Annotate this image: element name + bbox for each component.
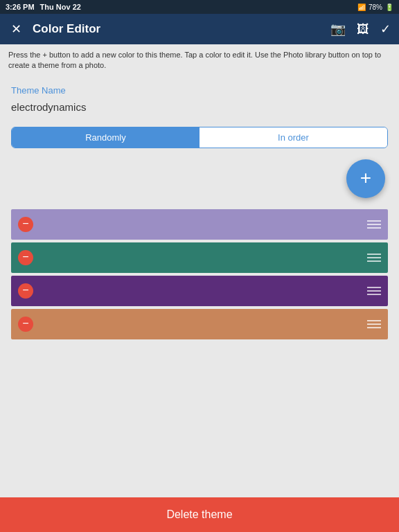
instructions: Press the + button to add a new color to… xyxy=(0,44,399,77)
delete-theme-button[interactable]: Delete theme xyxy=(0,497,399,532)
battery-icon: 🔋 xyxy=(385,3,393,11)
color-rows: − − − xyxy=(11,209,388,339)
nav-bar: ✕ Color Editor 📷 🖼 ✓ xyxy=(0,14,399,44)
nav-right: 📷 🖼 ✓ xyxy=(330,21,391,37)
minus-icon-2: − xyxy=(22,251,28,263)
nav-title: Color Editor xyxy=(33,22,100,36)
checkmark-icon[interactable]: ✓ xyxy=(380,21,391,37)
fab-container: + xyxy=(11,159,388,198)
remove-color-1-button[interactable]: − xyxy=(18,217,33,232)
color-row-4[interactable]: − xyxy=(11,309,388,339)
segment-randomly[interactable]: Randomly xyxy=(12,127,200,148)
drag-handle-1[interactable] xyxy=(367,220,381,229)
add-color-button[interactable]: + xyxy=(346,159,385,198)
status-bar: 3:26 PM Thu Nov 22 📶 78% 🔋 xyxy=(0,0,399,14)
wifi-icon: 📶 xyxy=(357,3,366,11)
main-content: Theme Name electrodynamics Randomly In o… xyxy=(0,77,399,348)
status-time: 3:26 PM xyxy=(6,3,35,11)
camera-icon[interactable]: 📷 xyxy=(330,21,346,37)
color-row-2[interactable]: − xyxy=(11,242,388,273)
theme-name-value[interactable]: electrodynamics xyxy=(11,101,388,113)
remove-color-3-button[interactable]: − xyxy=(18,283,33,299)
battery-label: 78% xyxy=(369,3,382,11)
minus-icon-4: − xyxy=(22,318,28,329)
remove-color-2-button[interactable]: − xyxy=(18,250,33,265)
segment-in-order[interactable]: In order xyxy=(200,127,387,148)
nav-left: ✕ Color Editor xyxy=(8,19,100,39)
add-icon: + xyxy=(360,168,371,188)
drag-handle-4[interactable] xyxy=(367,320,381,328)
minus-icon-3: − xyxy=(22,285,28,296)
instructions-text: Press the + button to add a new color to… xyxy=(8,51,381,69)
remove-color-4-button[interactable]: − xyxy=(18,317,33,332)
drag-handle-2[interactable] xyxy=(367,254,381,262)
minus-icon-1: − xyxy=(22,218,28,229)
theme-name-label: Theme Name xyxy=(11,85,388,96)
delete-theme-label: Delete theme xyxy=(166,508,232,521)
status-day: Thu Nov 22 xyxy=(40,3,81,11)
segment-control: Randomly In order xyxy=(11,127,388,148)
color-row-3[interactable]: − xyxy=(11,276,388,306)
drag-handle-3[interactable] xyxy=(367,287,381,295)
status-icons: 📶 78% 🔋 xyxy=(357,3,393,11)
close-button[interactable]: ✕ xyxy=(8,19,24,39)
save-icon[interactable]: 🖼 xyxy=(357,22,369,37)
color-row-1[interactable]: − xyxy=(11,209,388,240)
